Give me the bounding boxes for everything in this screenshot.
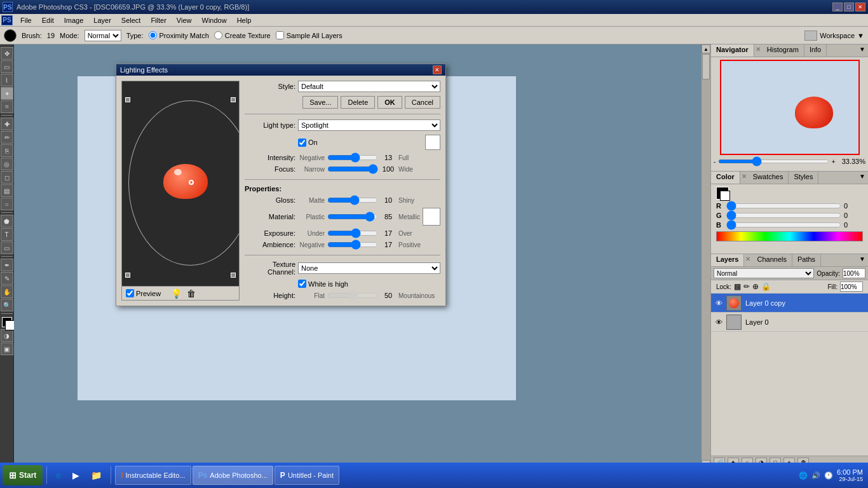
preview-checkbox[interactable]: [126, 289, 134, 297]
tool-text[interactable]: T: [1, 228, 13, 241]
menu-layer[interactable]: Layer: [88, 15, 116, 25]
tab-styles[interactable]: Styles: [789, 172, 818, 184]
gloss-slider[interactable]: [327, 198, 378, 203]
start-button[interactable]: ⊞ Start: [3, 465, 43, 485]
intensity-slider[interactable]: [327, 155, 378, 160]
tool-zoom[interactable]: 🔍: [1, 299, 13, 311]
scroll-thumb[interactable]: [702, 54, 710, 79]
tab-swatches[interactable]: Swatches: [748, 172, 789, 184]
white-is-high-checkbox[interactable]: [298, 280, 306, 288]
ambience-slider[interactable]: [327, 242, 378, 247]
handle-top-left[interactable]: [125, 97, 130, 102]
material-slider[interactable]: [327, 214, 378, 219]
fg-swatch[interactable]: [716, 187, 729, 200]
delete-button[interactable]: Delete: [341, 96, 375, 109]
menu-edit[interactable]: Edit: [37, 15, 59, 25]
menu-view[interactable]: View: [172, 15, 197, 25]
lock-position-icon[interactable]: ⊕: [752, 282, 759, 291]
tool-brush[interactable]: ✏: [1, 131, 13, 144]
tab-color-close[interactable]: ✕: [740, 172, 748, 184]
height-slider[interactable]: [327, 293, 378, 298]
tool-shape[interactable]: ▭: [1, 241, 13, 254]
tool-quick-mask[interactable]: ◑: [1, 329, 13, 342]
trash-icon[interactable]: 🗑: [187, 288, 196, 299]
tool-crop[interactable]: ⌗: [1, 100, 13, 113]
zoom-plus-icon[interactable]: +: [832, 158, 836, 165]
tab-layers-close[interactable]: ✕: [744, 254, 752, 266]
light-type-select[interactable]: Spotlight: [298, 119, 440, 131]
red-slider[interactable]: [726, 203, 841, 208]
tab-info[interactable]: Info: [804, 44, 827, 57]
brush-preview[interactable]: [4, 29, 17, 42]
sample-all-layers-check[interactable]: Sample All Layers: [276, 31, 342, 39]
style-select[interactable]: Default: [298, 81, 440, 92]
blend-mode-select[interactable]: Normal: [714, 268, 814, 278]
color-spectrum-bar[interactable]: [716, 231, 863, 241]
foreground-color[interactable]: [2, 317, 12, 327]
dialog-close-button[interactable]: ✕: [433, 65, 442, 74]
fill-input[interactable]: [840, 281, 863, 292]
layer-visibility-0[interactable]: 👁: [714, 317, 724, 327]
layer-item-0-copy[interactable]: 👁 Layer 0 copy: [711, 294, 868, 313]
lock-image-icon[interactable]: ✏: [743, 282, 750, 291]
tool-move[interactable]: ✥: [1, 47, 13, 60]
lock-transparent-icon[interactable]: ▩: [734, 282, 741, 291]
cancel-button[interactable]: Cancel: [405, 96, 440, 109]
tab-channels[interactable]: Channels: [752, 254, 792, 266]
tool-clone[interactable]: ⎘: [1, 144, 13, 157]
tab-paths[interactable]: Paths: [792, 254, 821, 266]
taskbar-app-photoshop[interactable]: Ps Adobe Photosho...: [193, 466, 273, 485]
taskbar-app-paint[interactable]: P Untitled - Paint: [275, 466, 339, 485]
bg-swatch[interactable]: [720, 191, 730, 201]
tool-healing[interactable]: ✚: [1, 118, 13, 130]
tool-hand[interactable]: ✋: [1, 285, 13, 298]
focus-slider[interactable]: [327, 166, 378, 172]
taskbar-folder[interactable]: 📁: [86, 466, 107, 485]
white-is-high-label[interactable]: White is high: [298, 280, 348, 288]
menu-filter[interactable]: Filter: [146, 15, 171, 25]
blue-slider[interactable]: [726, 222, 841, 227]
light-icon[interactable]: 💡: [171, 288, 182, 299]
layer-visibility-0-copy[interactable]: 👁: [714, 298, 724, 308]
tab-histogram[interactable]: Histogram: [762, 44, 804, 57]
minimize-button[interactable]: _: [832, 3, 843, 11]
create-texture-radio[interactable]: Create Texture: [214, 31, 271, 39]
tool-screen-mode[interactable]: ▣: [1, 342, 13, 355]
layer-item-0[interactable]: 👁 Layer 0: [711, 313, 868, 332]
on-checkbox-label[interactable]: On: [298, 139, 318, 147]
menu-select[interactable]: Select: [116, 15, 146, 25]
menu-window[interactable]: Window: [197, 15, 232, 25]
taskbar-ie[interactable]: e: [51, 466, 66, 485]
ok-button[interactable]: OK: [377, 96, 402, 109]
preview-checkbox-label[interactable]: Preview: [126, 289, 161, 297]
tool-gradient[interactable]: ▤: [1, 184, 13, 197]
tab-color[interactable]: Color: [711, 172, 740, 184]
texture-channel-select[interactable]: None: [298, 262, 440, 274]
maximize-button[interactable]: □: [844, 3, 854, 11]
light-color-swatch[interactable]: [425, 135, 440, 150]
opacity-input[interactable]: [843, 268, 865, 278]
tab-nav-close[interactable]: ✕: [754, 44, 762, 57]
taskbar-app-instructable[interactable]: I Instructable Edito...: [115, 466, 191, 485]
handle-top-right[interactable]: [231, 97, 236, 102]
on-checkbox[interactable]: [298, 139, 306, 147]
tool-lasso[interactable]: ⌇: [1, 74, 13, 86]
handle-center[interactable]: [189, 180, 194, 185]
tool-notes[interactable]: ✎: [1, 272, 13, 285]
tool-eraser[interactable]: ◻: [1, 171, 13, 184]
lock-all-icon[interactable]: 🔒: [761, 282, 771, 291]
save-button[interactable]: Save...: [302, 96, 338, 109]
tool-eyedropper[interactable]: ✒: [1, 259, 13, 271]
tab-layers[interactable]: Layers: [711, 254, 744, 266]
mode-select[interactable]: Normal: [85, 30, 121, 41]
proximity-match-radio[interactable]: Proximity Match: [149, 31, 209, 39]
exposure-slider[interactable]: [327, 231, 378, 236]
handle-bottom-right[interactable]: [231, 273, 236, 278]
tool-marquee[interactable]: ▭: [1, 60, 13, 73]
workspace-control[interactable]: Workspace ▼: [804, 30, 864, 41]
panel-layers-options[interactable]: ▼: [857, 254, 868, 266]
panel-color-options[interactable]: ▼: [857, 172, 868, 184]
panel-nav-options[interactable]: ▼: [857, 44, 868, 57]
menu-file[interactable]: File: [15, 15, 37, 25]
taskbar-winamp[interactable]: ▶: [67, 466, 85, 485]
